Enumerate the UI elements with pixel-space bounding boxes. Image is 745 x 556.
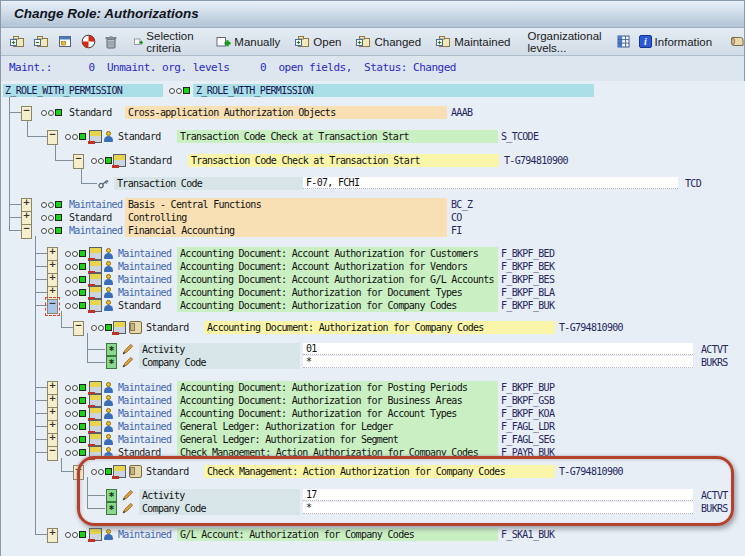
selection-criteria-label: Selection criteria <box>146 30 199 54</box>
user-icon <box>103 260 114 273</box>
field-value[interactable]: * <box>303 356 693 368</box>
node-description[interactable]: Transaction Code Check at Transaction St… <box>188 154 499 167</box>
status-lights-icon <box>41 106 62 119</box>
auth-instance-row: Standard Transaction Code Check at Trans… <box>1 154 745 167</box>
changed-button[interactable]: Changed <box>354 32 423 52</box>
role-name[interactable]: Z_ROLE_WITH_PERMISSION <box>3 84 163 97</box>
authorization-object-icon <box>89 299 102 312</box>
authorization-object-icon <box>89 528 102 541</box>
authorization-object-icon <box>89 273 102 286</box>
organizational-levels-button[interactable]: Organizational levels... <box>525 32 603 52</box>
role-row: Z_ROLE_WITH_PERMISSION Z_ROLE_WITH_PERMI… <box>1 84 745 97</box>
user-icon <box>103 394 114 407</box>
node-status: Standard <box>118 299 161 312</box>
field-value[interactable]: 01 <box>303 343 693 355</box>
changed-label: Changed <box>374 36 421 48</box>
manually-button[interactable]: Manually <box>214 32 282 52</box>
org-level-list-button[interactable] <box>615 32 632 52</box>
collapse-icon[interactable] <box>21 224 32 239</box>
node-description[interactable]: Accounting Document: Account Authorizati… <box>177 273 498 286</box>
open-button[interactable]: Open <box>293 32 343 52</box>
authorization-object-icon <box>89 260 102 273</box>
node-code: F_BKPF_GSB <box>501 394 554 407</box>
auth-object-row: Maintained G/L Account: Authorization fo… <box>1 528 745 541</box>
status-lights-icon <box>169 84 190 97</box>
copy-authorizations-button[interactable] <box>56 32 74 52</box>
node-description[interactable]: Transaction Code Check at Transaction St… <box>177 130 498 143</box>
node-description[interactable]: G/L Account: Authorization for Company C… <box>177 528 498 541</box>
collapse-icon[interactable] <box>47 446 58 461</box>
node-description[interactable]: Controlling <box>125 211 447 224</box>
node-code: F_BKPF_KOA <box>501 407 554 420</box>
auth-object-row: Maintained Accounting Document: Authoriz… <box>1 286 745 299</box>
regenerate-button[interactable] <box>79 32 98 52</box>
node-status: Maintained <box>118 286 171 299</box>
authorization-object-icon <box>89 433 102 446</box>
collapse-icon[interactable] <box>73 321 84 336</box>
node-description[interactable]: Accounting Document: Authorization for D… <box>177 286 498 299</box>
status-lights-icon <box>41 211 62 224</box>
collapse-icon-selected[interactable] <box>47 299 58 314</box>
node-description[interactable]: Accounting Document: Authorization for A… <box>177 407 498 420</box>
user-icon <box>103 381 114 394</box>
full-authorization-icon[interactable] <box>106 343 117 356</box>
role-description[interactable]: Z_ROLE_WITH_PERMISSION <box>193 84 594 97</box>
node-description[interactable]: General Ledger: Authorization for Segmen… <box>177 433 498 446</box>
user-icon <box>103 407 114 420</box>
collapse-icon[interactable] <box>47 130 58 145</box>
auth-object-row: Standard Transaction Code Check at Trans… <box>1 130 745 143</box>
field-label[interactable]: Activity <box>139 343 300 356</box>
expand-node-button[interactable] <box>8 32 27 52</box>
status-lights-icon <box>41 198 62 211</box>
auth-class-row: Maintained Financial Accounting FI <box>1 224 745 237</box>
delete-button[interactable] <box>103 32 119 52</box>
auth-class-row: Standard Cross-application Authorization… <box>1 106 745 119</box>
node-status: Maintained <box>69 224 122 237</box>
information-label: Information <box>655 36 713 48</box>
node-description[interactable]: Accounting Document: Account Authorizati… <box>177 260 498 273</box>
node-description[interactable]: Accounting Document: Authorization for C… <box>177 299 498 312</box>
collapse-node-button[interactable] <box>32 32 51 52</box>
title-bar: Change Role: Authorizations <box>1 1 744 28</box>
node-code: AAAB <box>451 106 472 119</box>
node-description[interactable]: Accounting Document: Authorization for B… <box>177 394 498 407</box>
auth-object-row: Maintained Accounting Document: Account … <box>1 260 745 273</box>
field-label[interactable]: Transaction Code <box>114 177 303 190</box>
pencil-icon[interactable] <box>122 356 136 369</box>
node-code: T-G794810900 <box>559 321 623 334</box>
status-lights-icon <box>65 247 86 260</box>
trash-icon <box>105 35 117 49</box>
node-description[interactable]: Accounting Document: Account Authorizati… <box>177 247 498 260</box>
expand-icon[interactable] <box>47 528 58 543</box>
maintained-button[interactable]: Maintained <box>434 32 512 52</box>
collapse-icon[interactable] <box>73 154 84 169</box>
full-authorization-icon[interactable] <box>106 356 117 369</box>
status-lights-icon <box>65 407 86 420</box>
trace-button[interactable]: Trace <box>727 32 745 52</box>
node-description[interactable]: General Ledger: Authorization for Ledger <box>177 420 498 433</box>
open-folder-plus-icon <box>295 35 310 48</box>
field-value[interactable]: F-07, FCHI <box>303 177 678 189</box>
node-description[interactable]: Accounting Document: Authorization for P… <box>177 381 498 394</box>
user-icon <box>103 433 114 446</box>
key-icon[interactable] <box>97 177 111 190</box>
auth-object-row: Maintained General Ledger: Authorization… <box>1 433 745 446</box>
changed-folder-plus-icon <box>356 35 371 48</box>
information-button[interactable]: i Information <box>637 32 715 52</box>
collapse-icon[interactable] <box>21 106 32 121</box>
node-description[interactable]: Basis - Central Functions <box>125 198 447 211</box>
user-icon <box>103 420 114 433</box>
red-highlight-annotation <box>77 456 734 526</box>
authorization-object-icon <box>89 407 102 420</box>
user-icon <box>103 299 114 312</box>
node-description[interactable]: Cross-application Authorization Objects <box>125 106 447 119</box>
node-description[interactable]: Financial Accounting <box>125 224 447 237</box>
selection-criteria-button[interactable]: Selection criteria <box>132 32 201 52</box>
field-label[interactable]: Company Code <box>139 356 300 369</box>
status-lights-icon <box>65 433 86 446</box>
pencil-icon[interactable] <box>122 343 136 356</box>
add-green-plus-icon <box>216 35 231 48</box>
auth-class-row: Standard Controlling CO <box>1 211 745 224</box>
node-description[interactable]: Accounting Document: Authorization for C… <box>204 321 555 334</box>
maintenance-status-text: Maint.: 0 Unmaint. org. levels 0 open fi… <box>9 61 456 74</box>
